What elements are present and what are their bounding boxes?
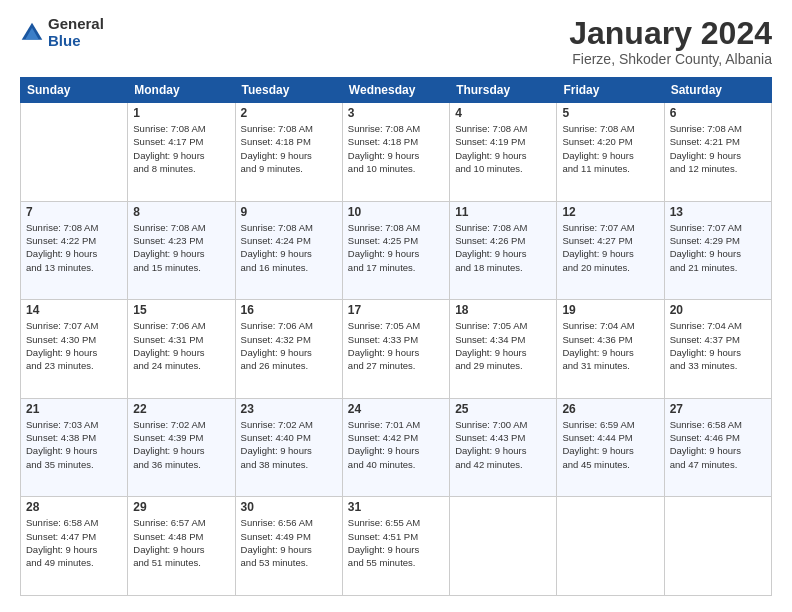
table-row: 12Sunrise: 7:07 AMSunset: 4:27 PMDayligh… <box>557 201 664 300</box>
day-info: Sunrise: 7:02 AMSunset: 4:40 PMDaylight:… <box>241 418 337 471</box>
day-number: 15 <box>133 303 229 317</box>
day-info: Sunrise: 6:58 AMSunset: 4:46 PMDaylight:… <box>670 418 766 471</box>
calendar-week-row: 7Sunrise: 7:08 AMSunset: 4:22 PMDaylight… <box>21 201 772 300</box>
day-info: Sunrise: 7:08 AMSunset: 4:20 PMDaylight:… <box>562 122 658 175</box>
table-row: 29Sunrise: 6:57 AMSunset: 4:48 PMDayligh… <box>128 497 235 596</box>
table-row: 10Sunrise: 7:08 AMSunset: 4:25 PMDayligh… <box>342 201 449 300</box>
day-number: 20 <box>670 303 766 317</box>
day-info: Sunrise: 7:08 AMSunset: 4:23 PMDaylight:… <box>133 221 229 274</box>
day-info: Sunrise: 7:06 AMSunset: 4:32 PMDaylight:… <box>241 319 337 372</box>
table-row: 20Sunrise: 7:04 AMSunset: 4:37 PMDayligh… <box>664 300 771 399</box>
table-row: 18Sunrise: 7:05 AMSunset: 4:34 PMDayligh… <box>450 300 557 399</box>
day-info: Sunrise: 6:55 AMSunset: 4:51 PMDaylight:… <box>348 516 444 569</box>
day-info: Sunrise: 7:08 AMSunset: 4:24 PMDaylight:… <box>241 221 337 274</box>
day-number: 9 <box>241 205 337 219</box>
col-monday: Monday <box>128 78 235 103</box>
day-number: 18 <box>455 303 551 317</box>
day-number: 3 <box>348 106 444 120</box>
col-saturday: Saturday <box>664 78 771 103</box>
logo-general-text: General <box>48 16 104 33</box>
day-info: Sunrise: 7:02 AMSunset: 4:39 PMDaylight:… <box>133 418 229 471</box>
day-info: Sunrise: 7:07 AMSunset: 4:30 PMDaylight:… <box>26 319 122 372</box>
col-thursday: Thursday <box>450 78 557 103</box>
calendar-week-row: 21Sunrise: 7:03 AMSunset: 4:38 PMDayligh… <box>21 398 772 497</box>
col-sunday: Sunday <box>21 78 128 103</box>
day-number: 19 <box>562 303 658 317</box>
day-number: 14 <box>26 303 122 317</box>
calendar-header-row: Sunday Monday Tuesday Wednesday Thursday… <box>21 78 772 103</box>
table-row: 2Sunrise: 7:08 AMSunset: 4:18 PMDaylight… <box>235 103 342 202</box>
day-info: Sunrise: 7:08 AMSunset: 4:17 PMDaylight:… <box>133 122 229 175</box>
day-number: 6 <box>670 106 766 120</box>
table-row: 26Sunrise: 6:59 AMSunset: 4:44 PMDayligh… <box>557 398 664 497</box>
day-number: 2 <box>241 106 337 120</box>
table-row: 13Sunrise: 7:07 AMSunset: 4:29 PMDayligh… <box>664 201 771 300</box>
table-row: 25Sunrise: 7:00 AMSunset: 4:43 PMDayligh… <box>450 398 557 497</box>
day-info: Sunrise: 7:08 AMSunset: 4:21 PMDaylight:… <box>670 122 766 175</box>
table-row: 19Sunrise: 7:04 AMSunset: 4:36 PMDayligh… <box>557 300 664 399</box>
day-info: Sunrise: 7:08 AMSunset: 4:19 PMDaylight:… <box>455 122 551 175</box>
logo-icon <box>20 21 44 45</box>
day-number: 30 <box>241 500 337 514</box>
calendar-week-row: 14Sunrise: 7:07 AMSunset: 4:30 PMDayligh… <box>21 300 772 399</box>
header: General Blue January 2024 Fierze, Shkode… <box>20 16 772 67</box>
col-tuesday: Tuesday <box>235 78 342 103</box>
table-row: 30Sunrise: 6:56 AMSunset: 4:49 PMDayligh… <box>235 497 342 596</box>
logo-text: General Blue <box>48 16 104 49</box>
table-row: 8Sunrise: 7:08 AMSunset: 4:23 PMDaylight… <box>128 201 235 300</box>
col-wednesday: Wednesday <box>342 78 449 103</box>
col-friday: Friday <box>557 78 664 103</box>
calendar-week-row: 28Sunrise: 6:58 AMSunset: 4:47 PMDayligh… <box>21 497 772 596</box>
logo: General Blue <box>20 16 104 49</box>
day-number: 23 <box>241 402 337 416</box>
table-row: 7Sunrise: 7:08 AMSunset: 4:22 PMDaylight… <box>21 201 128 300</box>
table-row: 24Sunrise: 7:01 AMSunset: 4:42 PMDayligh… <box>342 398 449 497</box>
day-info: Sunrise: 7:01 AMSunset: 4:42 PMDaylight:… <box>348 418 444 471</box>
day-number: 25 <box>455 402 551 416</box>
day-info: Sunrise: 7:08 AMSunset: 4:18 PMDaylight:… <box>348 122 444 175</box>
day-info: Sunrise: 7:07 AMSunset: 4:29 PMDaylight:… <box>670 221 766 274</box>
calendar-week-row: 1Sunrise: 7:08 AMSunset: 4:17 PMDaylight… <box>21 103 772 202</box>
day-info: Sunrise: 7:03 AMSunset: 4:38 PMDaylight:… <box>26 418 122 471</box>
day-number: 1 <box>133 106 229 120</box>
day-number: 21 <box>26 402 122 416</box>
day-info: Sunrise: 7:04 AMSunset: 4:37 PMDaylight:… <box>670 319 766 372</box>
day-number: 29 <box>133 500 229 514</box>
day-info: Sunrise: 7:06 AMSunset: 4:31 PMDaylight:… <box>133 319 229 372</box>
table-row: 14Sunrise: 7:07 AMSunset: 4:30 PMDayligh… <box>21 300 128 399</box>
table-row: 17Sunrise: 7:05 AMSunset: 4:33 PMDayligh… <box>342 300 449 399</box>
table-row: 27Sunrise: 6:58 AMSunset: 4:46 PMDayligh… <box>664 398 771 497</box>
table-row <box>21 103 128 202</box>
table-row <box>450 497 557 596</box>
table-row: 1Sunrise: 7:08 AMSunset: 4:17 PMDaylight… <box>128 103 235 202</box>
day-info: Sunrise: 7:08 AMSunset: 4:25 PMDaylight:… <box>348 221 444 274</box>
day-info: Sunrise: 7:08 AMSunset: 4:26 PMDaylight:… <box>455 221 551 274</box>
day-number: 31 <box>348 500 444 514</box>
table-row: 11Sunrise: 7:08 AMSunset: 4:26 PMDayligh… <box>450 201 557 300</box>
table-row: 31Sunrise: 6:55 AMSunset: 4:51 PMDayligh… <box>342 497 449 596</box>
table-row: 4Sunrise: 7:08 AMSunset: 4:19 PMDaylight… <box>450 103 557 202</box>
table-row: 3Sunrise: 7:08 AMSunset: 4:18 PMDaylight… <box>342 103 449 202</box>
table-row: 5Sunrise: 7:08 AMSunset: 4:20 PMDaylight… <box>557 103 664 202</box>
day-number: 4 <box>455 106 551 120</box>
day-number: 28 <box>26 500 122 514</box>
day-number: 27 <box>670 402 766 416</box>
day-info: Sunrise: 7:04 AMSunset: 4:36 PMDaylight:… <box>562 319 658 372</box>
day-info: Sunrise: 6:58 AMSunset: 4:47 PMDaylight:… <box>26 516 122 569</box>
calendar-table: Sunday Monday Tuesday Wednesday Thursday… <box>20 77 772 596</box>
day-info: Sunrise: 7:05 AMSunset: 4:33 PMDaylight:… <box>348 319 444 372</box>
table-row: 6Sunrise: 7:08 AMSunset: 4:21 PMDaylight… <box>664 103 771 202</box>
day-number: 11 <box>455 205 551 219</box>
table-row: 9Sunrise: 7:08 AMSunset: 4:24 PMDaylight… <box>235 201 342 300</box>
table-row: 23Sunrise: 7:02 AMSunset: 4:40 PMDayligh… <box>235 398 342 497</box>
day-number: 7 <box>26 205 122 219</box>
page: General Blue January 2024 Fierze, Shkode… <box>0 0 792 612</box>
table-row: 16Sunrise: 7:06 AMSunset: 4:32 PMDayligh… <box>235 300 342 399</box>
table-row: 21Sunrise: 7:03 AMSunset: 4:38 PMDayligh… <box>21 398 128 497</box>
table-row: 28Sunrise: 6:58 AMSunset: 4:47 PMDayligh… <box>21 497 128 596</box>
day-number: 22 <box>133 402 229 416</box>
day-number: 8 <box>133 205 229 219</box>
table-row: 15Sunrise: 7:06 AMSunset: 4:31 PMDayligh… <box>128 300 235 399</box>
day-number: 10 <box>348 205 444 219</box>
day-number: 24 <box>348 402 444 416</box>
